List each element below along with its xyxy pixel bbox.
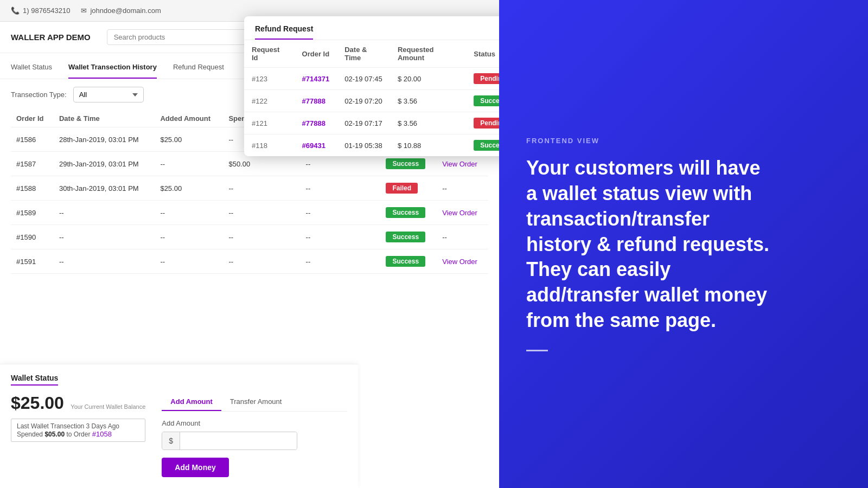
status-badge: Success: [386, 158, 425, 169]
cell-date: 30th-Jan-2019, 03:01 PM: [54, 176, 155, 201]
cell-order-id: #1589: [11, 201, 54, 225]
last-tx-amount: $05.00: [44, 431, 65, 438]
cell-order-id: #1590: [11, 225, 54, 249]
cell-refunded: --: [301, 249, 381, 274]
refund-cell-status: Success: [466, 90, 499, 112]
cell-refunded: --: [301, 201, 381, 225]
refund-cell-req-id: #122: [244, 90, 295, 112]
filter-label: Transection Type:: [11, 91, 67, 99]
table-row: #1588 30th-Jan-2019, 03:01 PM $25.00 -- …: [11, 176, 488, 201]
refund-status-badge: Pending: [474, 73, 499, 84]
transaction-type-select[interactable]: All Added Spended Refunded: [73, 87, 144, 102]
cell-status: Failed: [380, 176, 437, 201]
refund-cell-status: Pending: [466, 112, 499, 134]
col-order-id: Order Id: [11, 110, 54, 127]
refund-status-badge: Success: [474, 95, 499, 106]
refund-col-datetime: Date & Time: [337, 40, 390, 68]
refund-popup: Refund Request Request Id Order Id Date …: [244, 16, 499, 156]
refund-col-order-id: Order Id: [295, 40, 337, 68]
refund-cell-status: Success: [466, 134, 499, 157]
right-panel: FRONTEND VIEW Your customers will have a…: [499, 0, 868, 488]
left-panel: 📞 1) 9876543210 ✉ johndoe@domain.com WAL…: [0, 0, 499, 488]
marketing-divider: [526, 350, 548, 351]
action-none: --: [442, 184, 447, 192]
wallet-status-content: $25.00 Your Current Wallet Balance Last …: [11, 393, 347, 477]
col-date: Date & Time: [54, 110, 155, 127]
amount-section: Add Amount Transfer Amount Add Amount $ …: [162, 393, 347, 477]
status-badge: Success: [386, 232, 425, 242]
refund-col-req-id: Request Id: [244, 40, 295, 68]
wallet-balance-label: Your Current Wallet Balance: [71, 403, 145, 410]
amount-tabs: Add Amount Transfer Amount: [162, 393, 347, 412]
tab-wallet-status[interactable]: Wallet Status: [11, 63, 52, 79]
amount-form-label: Add Amount: [162, 419, 347, 427]
email-address: johndoe@domain.com: [90, 7, 161, 15]
amount-input-row: $: [162, 432, 297, 450]
cell-spended: --: [223, 176, 300, 201]
cell-order-id: #1586: [11, 127, 54, 152]
refund-cell-datetime: 02-19 07:17: [337, 112, 390, 134]
brand-name: WALLER APP DEMO: [11, 33, 91, 42]
view-order-link[interactable]: View Order: [442, 258, 477, 266]
phone-number: 1) 9876543210: [23, 7, 70, 15]
search-input[interactable]: [107, 29, 248, 45]
status-badge: Success: [386, 256, 425, 267]
refund-cell-order-id: #77888: [295, 90, 337, 112]
phone-icon: 📞: [11, 7, 20, 15]
wallet-balance-amount: $25.00: [11, 393, 64, 413]
last-tx-order-link[interactable]: #1058: [92, 430, 112, 438]
wallet-status-panel: Wallet Status $25.00 Your Current Wallet…: [0, 364, 358, 488]
cell-status: Success: [380, 225, 437, 249]
refund-cell-amount: $ 10.88: [390, 134, 466, 157]
refund-col-status: Status: [466, 40, 499, 68]
cell-refunded: --: [301, 176, 381, 201]
cell-added: $25.00: [155, 176, 223, 201]
cell-spended: --: [223, 249, 300, 274]
frontend-view-label: FRONTEND VIEW: [526, 137, 841, 145]
cell-date: 28th-Jan-2019, 03:01 PM: [54, 127, 155, 152]
refund-table: Request Id Order Id Date & Time Requeste…: [244, 40, 499, 156]
refund-cell-order-id: #714371: [295, 68, 337, 90]
cell-added: $25.00: [155, 127, 223, 152]
refund-status-badge: Pending: [474, 118, 499, 129]
wallet-last-tx: Last Wallet Transection 3 Days Ago Spend…: [11, 419, 145, 442]
cell-action: --: [437, 176, 488, 201]
refund-table-row: #121 #77888 02-19 07:17 $ 3.56 Pending: [244, 112, 499, 134]
amount-prefix: $: [162, 432, 180, 450]
refund-table-row: #123 #714371 02-19 07:45 $ 20.00 Pending: [244, 68, 499, 90]
last-tx-to: to Order: [66, 431, 90, 438]
cell-date: --: [54, 225, 155, 249]
amount-input[interactable]: [180, 432, 297, 450]
refund-cell-datetime: 02-19 07:45: [337, 68, 390, 90]
cell-date: --: [54, 201, 155, 225]
wallet-balance-row: $25.00 Your Current Wallet Balance: [11, 393, 145, 413]
tab-transfer-amount[interactable]: Transfer Amount: [221, 393, 291, 411]
marketing-text: Your customers will have a wallet status…: [526, 156, 776, 333]
refund-cell-datetime: 02-19 07:20: [337, 90, 390, 112]
tab-refund-request[interactable]: Refund Request: [173, 63, 224, 79]
cell-date: --: [54, 249, 155, 274]
cell-action[interactable]: View Order: [437, 201, 488, 225]
refund-cell-amount: $ 3.56: [390, 90, 466, 112]
tab-wallet-history[interactable]: Wallet Transection History: [68, 63, 157, 79]
refund-cell-status: Pending: [466, 68, 499, 90]
last-tx-label: Last Wallet Transection 3 Days Ago: [17, 422, 119, 430]
tab-add-amount[interactable]: Add Amount: [162, 393, 221, 411]
cell-status: Success: [380, 249, 437, 274]
refund-table-row: #122 #77888 02-19 07:20 $ 3.56 Success: [244, 90, 499, 112]
email-icon: ✉: [81, 7, 87, 15]
refund-cell-req-id: #118: [244, 134, 295, 157]
add-money-button[interactable]: Add Money: [162, 458, 228, 477]
status-badge: Failed: [386, 183, 418, 194]
table-row: #1591 -- -- -- -- Success View Order: [11, 249, 488, 274]
refund-cell-amount: $ 3.56: [390, 112, 466, 134]
view-order-link[interactable]: View Order: [442, 209, 477, 217]
refund-cell-req-id: #121: [244, 112, 295, 134]
cell-action[interactable]: View Order: [437, 249, 488, 274]
refund-cell-order-id: #69431: [295, 134, 337, 157]
cell-added: --: [155, 152, 223, 176]
refund-table-row: #118 #69431 01-19 05:38 $ 10.88 Success: [244, 134, 499, 157]
email-item: ✉ johndoe@domain.com: [81, 7, 161, 15]
refund-cell-order-id: #77888: [295, 112, 337, 134]
view-order-link[interactable]: View Order: [442, 160, 477, 168]
